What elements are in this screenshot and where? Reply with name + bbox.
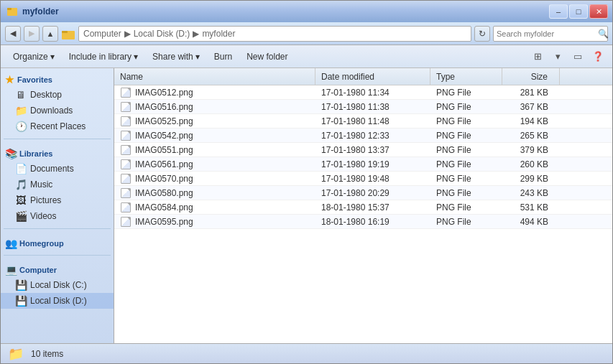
sidebar-item-videos[interactable]: 🎬 Videos [1,208,114,224]
png-file-icon [121,202,131,213]
libraries-section: 📚 Libraries 📄 Documents 🎵 Music 🖼 Pictur… [1,142,114,225]
png-file-icon [121,102,131,112]
file-date: 17-01-1980 19:19 [315,159,430,169]
share-label: Share with [152,52,193,62]
col-header-type[interactable]: Type [430,68,502,85]
file-type: PNG File [430,159,502,169]
file-date: 17-01-1980 11:34 [315,88,430,98]
file-type: PNG File [430,102,502,112]
file-size: 299 KB [502,174,560,184]
preview-pane-button[interactable]: ▭ [569,48,586,65]
sidebar-item-music[interactable]: 🎵 Music [1,177,114,192]
file-icon [120,187,132,199]
file-date: 17-01-1980 12:33 [315,131,430,141]
sidebar-item-downloads[interactable]: 📁 Downloads [1,103,114,118]
share-arrow-icon: ▾ [195,52,200,62]
file-date: 17-01-1980 11:48 [315,116,430,126]
libraries-label: Libraries [19,149,52,158]
computer-label: Computer [19,266,57,274]
organize-arrow-icon: ▾ [50,52,55,62]
desktop-icon: 🖥 [15,89,27,101]
minimize-button[interactable]: – [549,4,568,19]
col-header-name[interactable]: Name [114,68,315,85]
file-type: PNG File [430,202,502,213]
file-name-cell: IMAG0561.png [114,159,315,170]
music-label: Music [30,179,52,190]
file-name: IMAG0580.png [135,188,193,198]
table-row[interactable]: IMAG0542.png 17-01-1980 12:33 PNG File 2… [114,129,612,143]
file-name: IMAG0561.png [135,159,193,169]
file-name: IMAG0542.png [135,131,193,141]
maximize-button[interactable]: □ [569,4,588,19]
help-button[interactable]: ❓ [589,48,607,65]
file-name: IMAG0525.png [135,116,193,126]
file-name: IMAG0595.png [135,217,193,227]
sidebar-item-desktop[interactable]: 🖥 Desktop [1,87,114,103]
sidebar-item-local-d[interactable]: 💾 Local Disk (D:) [1,293,114,309]
computer-header[interactable]: 💻 Computer [1,263,114,277]
favorites-icon: ★ [5,74,14,85]
file-size: 243 KB [502,188,560,198]
table-row[interactable]: IMAG0551.png 17-01-1980 13:37 PNG File 3… [114,143,612,157]
column-headers: Name Date modified Type Size [114,68,612,85]
file-icon [120,159,132,170]
file-date: 17-01-1980 11:38 [315,102,430,112]
search-input[interactable] [497,29,596,38]
organize-button[interactable]: Organize ▾ [6,48,61,65]
col-header-date[interactable]: Date modified [315,68,430,85]
address-path[interactable]: Computer ▶ Local Disk (D:) ▶ myfolder [78,26,471,42]
svg-rect-1 [7,8,11,10]
sidebar-divider-2 [4,228,111,229]
new-folder-button[interactable]: New folder [240,48,294,65]
refresh-button[interactable]: ↻ [474,26,490,42]
table-row[interactable]: IMAG0525.png 17-01-1980 11:48 PNG File 1… [114,114,612,129]
file-name-cell: IMAG0580.png [114,187,315,199]
file-name-cell: IMAG0551.png [114,144,315,156]
close-button[interactable]: ✕ [589,4,608,19]
recent-places-icon: 🕐 [15,121,27,132]
col-header-size[interactable]: Size [502,68,560,85]
include-library-button[interactable]: Include in library ▾ [63,48,144,65]
file-date: 17-01-1980 13:37 [315,145,430,155]
homegroup-label: Homegroup [19,239,64,248]
address-bar: ◀ ▶ ▲ Computer ▶ Local Disk (D:) ▶ myfol… [1,22,612,45]
homegroup-header[interactable]: 👥 Homegroup [1,236,114,251]
explorer-window: myfolder – □ ✕ ◀ ▶ ▲ Computer ▶ Local Di… [0,0,613,364]
libraries-header[interactable]: 📚 Libraries [1,146,114,161]
toolbar: Organize ▾ Include in library ▾ Share wi… [1,45,612,68]
table-row[interactable]: IMAG0512.png 17-01-1980 11:34 PNG File 2… [114,85,612,100]
table-row[interactable]: IMAG0595.png 18-01-1980 16:19 PNG File 4… [114,215,612,229]
file-size: 281 KB [502,88,560,98]
table-row[interactable]: IMAG0561.png 17-01-1980 19:19 PNG File 2… [114,157,612,172]
view-dropdown-button[interactable]: ▾ [549,48,566,65]
view-toggle-button[interactable]: ⊞ [529,48,546,65]
new-folder-label: New folder [246,52,287,62]
table-row[interactable]: IMAG0516.png 17-01-1980 11:38 PNG File 3… [114,100,612,114]
burn-button[interactable]: Burn [208,48,239,65]
png-file-icon [121,88,131,98]
file-size: 367 KB [502,102,560,112]
share-with-button[interactable]: Share with ▾ [146,48,206,65]
homegroup-icon: 👥 [5,238,17,249]
file-icon [120,101,132,113]
file-icon [120,130,132,141]
sidebar-item-pictures[interactable]: 🖼 Pictures [1,192,114,208]
png-file-icon [121,159,131,169]
sidebar-item-recent[interactable]: 🕐 Recent Places [1,118,114,134]
table-row[interactable]: IMAG0580.png 17-01-1980 20:29 PNG File 2… [114,186,612,200]
file-type: PNG File [430,188,502,198]
file-type: PNG File [430,145,502,155]
sidebar-divider-1 [4,139,111,139]
up-button[interactable]: ▲ [42,26,58,42]
table-row[interactable]: IMAG0570.png 17-01-1980 19:48 PNG File 2… [114,172,612,186]
file-icon [120,116,132,127]
sidebar-item-local-c[interactable]: 💾 Local Disk (C:) [1,277,114,293]
file-date: 18-01-1980 16:19 [315,217,430,227]
table-row[interactable]: IMAG0584.png 18-01-1980 15:37 PNG File 5… [114,200,612,215]
search-box[interactable]: 🔍 [493,26,608,42]
forward-button[interactable]: ▶ [24,26,40,42]
sidebar-item-documents[interactable]: 📄 Documents [1,161,114,177]
favorites-header[interactable]: ★ Favorites [1,73,114,87]
title-controls: – □ ✕ [549,4,608,19]
back-button[interactable]: ◀ [5,26,21,42]
